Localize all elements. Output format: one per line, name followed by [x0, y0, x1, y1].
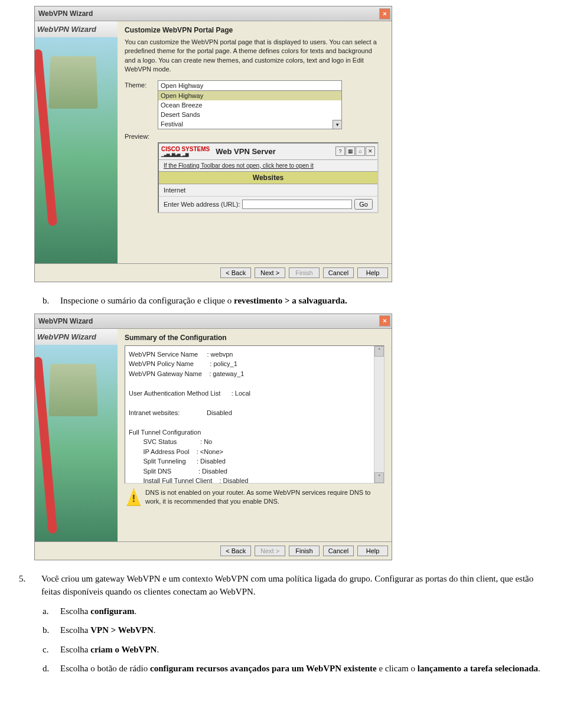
- warning-row: DNS is not enabled on your router. As so…: [125, 484, 384, 511]
- intro-text: You can customize the WebVPN portal page…: [125, 38, 384, 74]
- preview-toolbar-icons: ? ▦ ⌂ ✕: [335, 146, 375, 156]
- wizard-content: Summary of the Configuration WebVPN Serv…: [118, 329, 392, 541]
- side-banner: WebVPN Wizard: [35, 21, 118, 263]
- help-button[interactable]: Help: [357, 546, 388, 556]
- internet-row: Internet: [159, 184, 377, 197]
- websites-header: Websites: [159, 171, 377, 184]
- document-text: 5. Você criou um gateway WebVPN e um con…: [0, 572, 567, 675]
- scroll-up-icon[interactable]: ˄: [374, 346, 384, 357]
- go-button[interactable]: Go: [354, 199, 373, 210]
- titlebar[interactable]: WebVPN Wizard ×: [35, 314, 392, 329]
- page-heading: Summary of the Configuration: [125, 334, 384, 342]
- window-title: WebVPN Wizard: [38, 317, 379, 325]
- back-button[interactable]: < Back: [220, 267, 251, 278]
- url-input[interactable]: [242, 200, 352, 209]
- side-banner: WebVPN Wizard: [35, 329, 118, 541]
- wizard-summary: WebVPN Wizard × WebVPN Wizard Summary of…: [34, 314, 392, 560]
- help-icon[interactable]: ?: [335, 146, 345, 156]
- theme-option[interactable]: Ocean Breeze: [158, 100, 341, 110]
- summary-textarea: WebVPN Service Name : webvpn WebVPN Poli…: [125, 345, 384, 484]
- close-icon[interactable]: ×: [379, 8, 390, 19]
- cancel-button[interactable]: Cancel: [323, 267, 354, 278]
- banner-art: [35, 345, 118, 541]
- preview-title: Web VPN Server: [216, 147, 335, 156]
- cancel-button[interactable]: Cancel: [323, 546, 354, 556]
- finish-button: Finish: [289, 267, 320, 278]
- titlebar[interactable]: WebVPN Wizard ×: [35, 6, 392, 21]
- theme-option[interactable]: Open Highway: [158, 91, 341, 100]
- cisco-logo: CISCO SYSTEMS▁▃▅▂▆▃▅▁▂▆: [161, 146, 210, 157]
- window-title: WebVPN Wizard: [38, 9, 379, 18]
- list-marker: 5.: [19, 572, 25, 586]
- theme-option[interactable]: Desert Sands: [158, 110, 341, 119]
- floating-toolbar-link[interactable]: If the Floating Toolbar does not open, c…: [159, 160, 377, 171]
- wizard-content: Customize WebVPN Portal Page You can cus…: [118, 21, 392, 263]
- theme-selected: Open Highway: [158, 81, 341, 91]
- wizard-portal-page: WebVPN Wizard × WebVPN Wizard Customize …: [34, 6, 392, 282]
- home-icon[interactable]: ⌂: [356, 146, 365, 156]
- theme-option[interactable]: Festival: [158, 119, 341, 129]
- close-icon[interactable]: ✕: [366, 146, 375, 156]
- finish-button[interactable]: Finish: [289, 546, 320, 556]
- banner-logo: WebVPN Wizard: [35, 21, 118, 37]
- portal-preview: CISCO SYSTEMS▁▃▅▂▆▃▅▁▂▆ Web VPN Server ?…: [158, 142, 379, 213]
- button-bar: < Back Next > Finish Cancel Help: [35, 541, 392, 560]
- button-bar: < Back Next > Finish Cancel Help: [35, 263, 392, 282]
- scroll-down-icon[interactable]: ˅: [374, 472, 384, 483]
- warning-icon: [127, 488, 141, 506]
- warning-text: DNS is not enabled on your router. As so…: [145, 488, 382, 507]
- preview-label: Preview:: [125, 132, 158, 140]
- scrollbar[interactable]: ˄ ˅: [374, 346, 384, 483]
- next-button: Next >: [255, 546, 285, 556]
- list-marker: b.: [43, 294, 49, 308]
- back-button[interactable]: < Back: [220, 546, 251, 556]
- help-button[interactable]: Help: [357, 267, 388, 278]
- theme-label: Theme:: [125, 80, 158, 89]
- banner-art: [35, 37, 118, 263]
- chevron-down-icon[interactable]: ▾: [333, 120, 342, 129]
- page-heading: Customize WebVPN Portal Page: [125, 26, 384, 34]
- tile-icon[interactable]: ▦: [346, 146, 355, 156]
- theme-dropdown[interactable]: Open Highway Open Highway Ocean Breeze D…: [158, 80, 342, 129]
- theme-options: Open Highway Ocean Breeze Desert Sands F…: [158, 91, 341, 129]
- next-button[interactable]: Next >: [255, 267, 285, 278]
- close-icon[interactable]: ×: [379, 315, 390, 327]
- url-label: Enter Web address (URL):: [164, 201, 240, 208]
- document-text: b. Inspecione o sumário da configuração …: [0, 294, 567, 308]
- banner-logo: WebVPN Wizard: [35, 329, 118, 345]
